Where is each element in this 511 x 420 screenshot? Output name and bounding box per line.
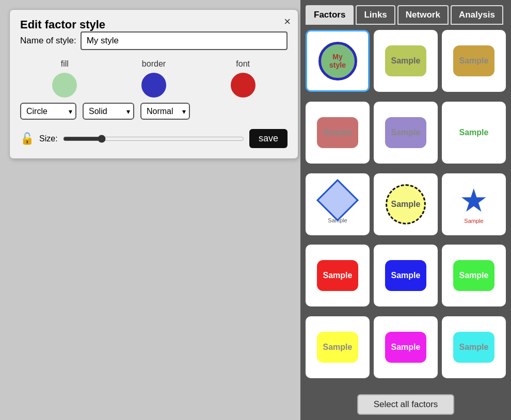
style-card-6[interactable]: Sample <box>442 102 506 164</box>
size-label: Size: <box>39 134 58 143</box>
card-circle: My style <box>318 42 357 80</box>
name-input[interactable] <box>81 31 288 50</box>
card-rect: Sample <box>453 332 494 363</box>
card-diamond <box>316 179 359 221</box>
card-diamond-wrap: Sample <box>323 185 353 223</box>
name-label: Name of style: <box>20 36 76 46</box>
tab-links[interactable]: Links <box>356 5 395 25</box>
border-color-swatch[interactable] <box>141 73 166 98</box>
card-rect: Sample <box>453 45 494 76</box>
fill-label: fill <box>61 59 69 69</box>
size-slider[interactable] <box>63 135 244 143</box>
select-all-row: Select all factors <box>300 389 511 420</box>
style-card-11[interactable]: Sample <box>374 245 438 306</box>
font-weight-select[interactable]: NormalBoldItalic <box>140 103 190 120</box>
styles-grid: My styleSampleSampleSampleSampleSampleSa… <box>300 25 511 389</box>
card-text: Sample <box>459 128 489 137</box>
lock-icon[interactable]: 🔓 <box>20 132 34 146</box>
style-card-5[interactable]: Sample <box>374 102 438 164</box>
style-card-14[interactable]: Sample <box>374 316 438 378</box>
style-card-1[interactable]: My style <box>306 30 370 92</box>
card-star-label: Sample <box>464 218 483 224</box>
tab-network[interactable]: Network <box>397 5 449 25</box>
style-card-12[interactable]: Sample <box>442 245 506 306</box>
style-card-7[interactable]: Sample <box>306 173 370 235</box>
card-dashed-circle: Sample <box>386 184 426 224</box>
tab-factors[interactable]: Factors <box>306 5 354 25</box>
close-button[interactable]: × <box>284 16 291 27</box>
style-card-4[interactable]: Sample <box>306 102 370 164</box>
tab-analysis[interactable]: Analysis <box>451 5 503 25</box>
save-button[interactable]: save <box>249 129 288 148</box>
style-card-8[interactable]: Sample <box>374 173 438 235</box>
shape-select[interactable]: CircleSquareDiamondStar <box>20 103 76 120</box>
card-rect: Sample <box>385 45 426 76</box>
fill-color-swatch[interactable] <box>52 73 77 98</box>
card-rect: Sample <box>385 117 426 148</box>
font-label: font <box>236 59 250 69</box>
right-panel: Factors Links Network Analysis My styleS… <box>300 0 511 420</box>
border-style-select[interactable]: SolidDashedDotted <box>83 103 134 120</box>
card-rect: Sample <box>385 332 426 363</box>
card-rect: Sample <box>453 260 494 291</box>
style-card-13[interactable]: Sample <box>306 316 370 378</box>
style-card-9[interactable]: ★Sample <box>442 173 506 235</box>
card-star-wrap: ★Sample <box>459 185 488 224</box>
card-rect: Sample <box>317 117 358 148</box>
card-rect: Sample <box>317 260 358 291</box>
border-label: border <box>142 59 166 69</box>
tabs-row: Factors Links Network Analysis <box>300 0 511 25</box>
select-all-button[interactable]: Select all factors <box>357 394 455 415</box>
dialog-title: Edit factor style <box>20 18 105 31</box>
star-icon: ★ <box>459 185 488 217</box>
card-rect: Sample <box>317 332 358 363</box>
edit-factor-style-dialog: Edit factor style × Name of style: fill … <box>9 9 298 159</box>
font-color-swatch[interactable] <box>231 73 256 98</box>
style-card-3[interactable]: Sample <box>442 30 506 92</box>
card-rect: Sample <box>385 260 426 291</box>
style-card-2[interactable]: Sample <box>374 30 438 92</box>
style-card-15[interactable]: Sample <box>442 316 506 378</box>
style-card-10[interactable]: Sample <box>306 245 370 306</box>
